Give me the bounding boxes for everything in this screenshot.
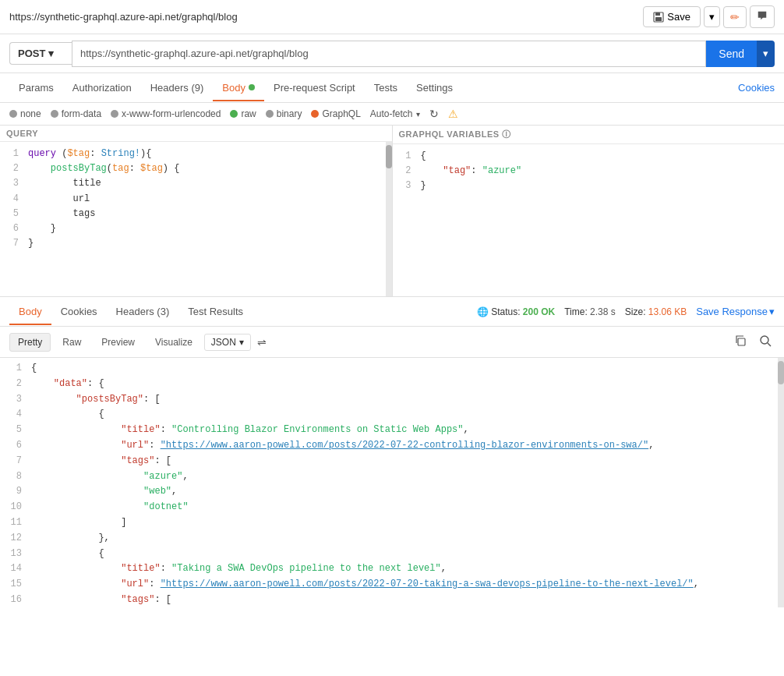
option-none[interactable]: none — [9, 108, 41, 119]
response-content: 1234567 891011121314 1516171819202122 { … — [0, 358, 784, 607]
vars-line-numbers: 123 — [393, 144, 418, 296]
response-code-block: 1234567 891011121314 1516171819202122 { … — [0, 358, 784, 607]
method-label: POST — [18, 48, 45, 59]
option-urlencoded[interactable]: x-www-form-urlencoded — [111, 108, 221, 119]
edit-icon-button[interactable]: ✏ — [723, 6, 747, 28]
tab-body[interactable]: Body — [213, 76, 264, 101]
tab-authorization[interactable]: Authorization — [63, 76, 141, 101]
refresh-icon[interactable]: ↻ — [429, 108, 439, 120]
method-chevron: ▾ — [48, 48, 54, 59]
tab-tests[interactable]: Tests — [365, 76, 407, 101]
response-line-numbers: 1234567 891011121314 1516171819202122 — [0, 358, 28, 607]
url-bar: POST ▾ Send ▾ — [0, 34, 784, 73]
warning-icon: ⚠ — [448, 108, 458, 120]
save-response-button[interactable]: Save Response ▾ — [696, 306, 775, 317]
tab-settings[interactable]: Settings — [407, 76, 462, 101]
cookies-link[interactable]: Cookies — [738, 82, 775, 94]
response-tab-headers[interactable]: Headers (3) — [107, 299, 179, 325]
save-button[interactable]: Save — [643, 6, 701, 27]
option-raw[interactable]: raw — [230, 108, 256, 119]
top-bar-url: https://synthetic-graphql.azure-api.net/… — [9, 11, 238, 23]
method-select[interactable]: POST ▾ — [9, 42, 72, 65]
vars-pane: GRAPHQL VARIABLES ⓘ 123 { "tag": "azure"… — [393, 126, 785, 296]
response-code-content[interactable]: { "data": { "postsByTag": [ { "title": "… — [28, 358, 784, 607]
option-binary[interactable]: binary — [266, 108, 302, 119]
send-chevron-button[interactable]: ▾ — [757, 41, 775, 67]
query-code-area: 1234567 query ($tag: String!){ postsByTa… — [0, 142, 392, 296]
response-tab-body[interactable]: Body — [9, 299, 51, 325]
json-format-select[interactable]: JSON ▾ — [204, 334, 251, 351]
top-bar: https://synthetic-graphql.azure-api.net/… — [0, 0, 784, 34]
radio-graphql — [311, 110, 319, 118]
format-tab-raw[interactable]: Raw — [54, 333, 90, 352]
radio-none — [9, 110, 17, 118]
svg-rect-2 — [655, 17, 662, 21]
response-scrollbar-thumb — [778, 361, 784, 384]
query-line-numbers: 1234567 — [0, 142, 25, 296]
response-tab-test-results[interactable]: Test Results — [178, 299, 253, 325]
format-actions — [731, 333, 775, 352]
comment-icon-button[interactable] — [750, 5, 775, 28]
option-graphql[interactable]: GraphQL — [311, 108, 360, 119]
body-options: none form-data x-www-form-urlencoded raw… — [0, 103, 784, 126]
vars-code-area: 123 { "tag": "azure" } — [393, 144, 785, 296]
format-tab-pretty[interactable]: Pretty — [9, 333, 51, 352]
editor-area: QUERY 1234567 query ($tag: String!){ pos… — [0, 126, 784, 297]
chat-icon — [757, 10, 768, 21]
request-tabs: Params Authorization Headers (9) Body Pr… — [0, 73, 784, 103]
radio-raw — [230, 110, 238, 118]
body-active-dot — [249, 84, 255, 90]
save-icon — [653, 12, 664, 23]
status-value: 200 OK — [523, 306, 555, 317]
tab-params[interactable]: Params — [9, 76, 63, 101]
time-value: 2.38 s — [590, 306, 616, 317]
response-tabs: Body Cookies Headers (3) Test Results 🌐 … — [0, 297, 784, 327]
vars-header: GRAPHQL VARIABLES ⓘ — [393, 126, 785, 144]
copy-icon[interactable] — [731, 333, 750, 352]
size-value: 13.06 KB — [648, 306, 687, 317]
tab-headers[interactable]: Headers (9) — [141, 76, 214, 101]
format-tab-visualize[interactable]: Visualize — [147, 333, 201, 352]
search-icon[interactable] — [756, 333, 775, 352]
query-pane: QUERY 1234567 query ($tag: String!){ pos… — [0, 126, 393, 296]
response-status-bar: 🌐 Status: 200 OK Time: 2.38 s Size: 13.0… — [477, 306, 775, 317]
svg-rect-3 — [738, 338, 745, 345]
radio-binary — [266, 110, 274, 118]
autofetch-option[interactable]: Auto-fetch ▾ — [370, 108, 420, 119]
svg-rect-1 — [655, 12, 660, 16]
svg-point-4 — [761, 336, 768, 344]
autofetch-chevron: ▾ — [416, 110, 420, 119]
query-header: QUERY — [0, 126, 392, 142]
send-button[interactable]: Send — [706, 41, 757, 67]
top-bar-actions: Save ▾ ✏ — [643, 5, 775, 28]
response-tab-cookies[interactable]: Cookies — [51, 299, 107, 325]
query-code-content[interactable]: query ($tag: String!){ postsByTag(tag: $… — [25, 142, 386, 296]
radio-urlencoded — [111, 110, 118, 118]
format-tabs: Pretty Raw Preview Visualize JSON ▾ ⇌ — [0, 327, 784, 358]
vars-code-content[interactable]: { "tag": "azure" } — [418, 144, 785, 296]
format-tab-preview[interactable]: Preview — [93, 333, 143, 352]
option-form-data[interactable]: form-data — [51, 108, 101, 119]
response-scrollbar[interactable] — [778, 358, 784, 607]
save-chevron-button[interactable]: ▾ — [704, 6, 720, 27]
format-filter-icon[interactable]: ⇌ — [257, 336, 267, 349]
tab-prerequest[interactable]: Pre-request Script — [264, 76, 365, 101]
query-scrollbar[interactable] — [386, 142, 392, 296]
url-input[interactable] — [72, 41, 706, 67]
svg-line-5 — [768, 343, 771, 346]
radio-form-data — [51, 110, 58, 118]
